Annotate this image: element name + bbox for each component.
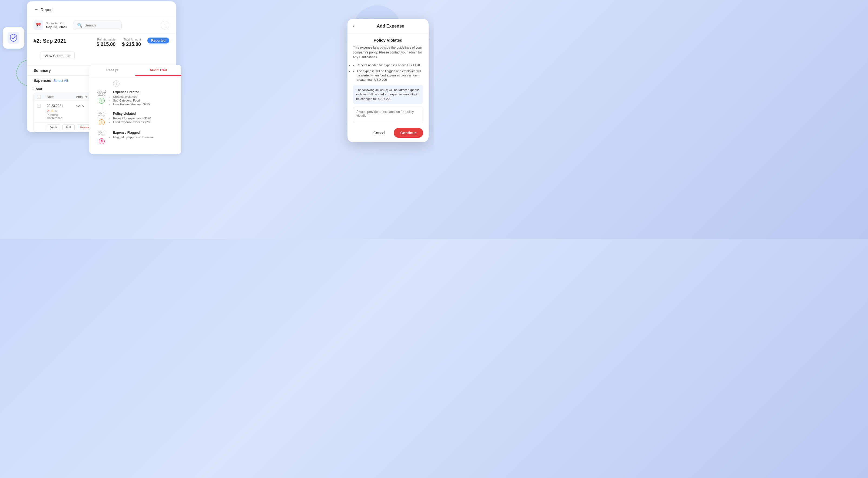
timeline-event-3: July, 19 20:30 ⚑ Expense Flagged Flagged… [94, 131, 177, 149]
select-all-link[interactable]: Select All [53, 78, 68, 82]
event-icon-3: ⚑ [99, 138, 105, 144]
audit-content: + July, 19 20:30 + Expense Created Creat… [89, 76, 181, 154]
event-body-3: Expense Flagged Flagged by approver: The… [113, 131, 177, 144]
modal-title: Add Expense [358, 24, 423, 29]
app-icon-card: + [3, 27, 24, 48]
modal-back-button[interactable]: ‹ [353, 23, 354, 29]
explanation-input[interactable] [353, 107, 423, 123]
more-options-button[interactable]: ⋮ [161, 21, 169, 29]
total-amount: $ 215.00 [122, 42, 141, 47]
audit-panel: Receipt Audit Trail + July, 19 20:30 + [89, 65, 181, 154]
policy-action-box: The following action (s) will be taken: … [353, 85, 423, 103]
reimbursable-block: Reimbursable $ 215.00 [96, 38, 116, 47]
timeline-left-2: July, 19 20:30 ! [94, 112, 110, 125]
timeline: + July, 19 20:30 + Expense Created Creat… [89, 76, 181, 154]
reimbursable-amount: $ 215.00 [96, 42, 116, 47]
view-comments-container: View Comments [27, 52, 176, 65]
policy-description: This expense falls outside the guideline… [353, 45, 423, 60]
shield-check-icon: + [7, 32, 20, 44]
event-title-3: Expense Flagged [113, 131, 177, 135]
report-info: #2: Sep 2021 Reimbursable $ 215.00 Total… [27, 33, 176, 52]
row-status-icons: ✕ ⚠ ☺ [47, 109, 74, 113]
event-date-2: July, 19 20:30 [97, 112, 106, 118]
policy-item-1: Receipt needed for expenses above USD 12… [353, 63, 423, 67]
policy-item-2: The expense will be flagged and employee… [353, 69, 423, 82]
reimbursable-label: Reimbursable [96, 38, 116, 41]
submitted-info: Submitted On Sep 23, 2021 [46, 22, 67, 29]
event-date-3: July, 19 20:30 [97, 131, 106, 137]
policy-items-list: Receipt needed for expenses above USD 12… [353, 63, 423, 82]
status-badge: Reported [147, 38, 169, 43]
view-comments-button[interactable]: View Comments [40, 52, 74, 60]
summary-label: Summary [34, 68, 51, 73]
add-event-button[interactable]: + [113, 80, 120, 87]
event-detail-1: Created by James Sub-Category: Food User… [113, 95, 177, 106]
reported-badge-container: Reported [147, 38, 169, 43]
timeline-event-2: July, 19 20:30 ! Policy violated Receipt… [94, 112, 177, 131]
continue-button[interactable]: Continue [394, 128, 423, 138]
row-checkbox-cell [37, 104, 44, 108]
purpose-text: Purpose: Conference [47, 113, 74, 120]
delete-icon: ✕ [47, 109, 50, 113]
emoji-icon: ☺ [55, 109, 58, 113]
header-checkbox-cell [37, 95, 44, 99]
modal-body: Policy Violated This expense falls outsi… [347, 33, 429, 142]
row-date: 09.23.2021 ✕ ⚠ ☺ Purpose: Conference [47, 104, 74, 120]
event-detail-3: Flagged by approver: Theresa [113, 136, 177, 139]
audit-tabs: Receipt Audit Trail [89, 65, 181, 76]
cancel-button[interactable]: Cancel [368, 128, 391, 138]
search-input[interactable] [85, 23, 118, 27]
timeline-event-1: July, 19 20:30 + Expense Created Created… [94, 90, 177, 112]
event-icon-1: + [99, 98, 105, 104]
back-button[interactable]: ← Report [34, 7, 53, 12]
total-label: Total Amount [122, 38, 141, 41]
card-header: ← Report [27, 1, 176, 17]
event-date-1: July, 19 20:30 [97, 90, 106, 96]
modal-header: ‹ Add Expense [347, 19, 429, 33]
event-icon-2: ! [99, 120, 105, 125]
svg-rect-0 [7, 32, 20, 44]
col-date: Date [47, 95, 74, 99]
search-box[interactable]: 🔍 [73, 21, 122, 30]
edit-button[interactable]: Edit [62, 124, 74, 130]
timeline-left-1: July, 19 20:30 + [94, 90, 110, 106]
warning-icon: ⚠ [51, 109, 54, 113]
row-checkbox[interactable] [37, 104, 41, 108]
total-block: Total Amount $ 215.00 [122, 38, 141, 47]
timeline-left-3: July, 19 20:30 ⚑ [94, 131, 110, 144]
submitted-date: Sep 23, 2021 [46, 25, 67, 29]
event-detail-2: Receipt for expenses > $120 Food expense… [113, 117, 177, 124]
policy-violated-title: Policy Violated [353, 38, 423, 42]
tab-receipt[interactable]: Receipt [89, 65, 135, 76]
report-heading: Report [40, 7, 53, 12]
expenses-label: Expenses [34, 78, 51, 82]
report-title: #2: Sep 2021 [34, 38, 66, 44]
report-title-block: #2: Sep 2021 [34, 38, 66, 44]
search-icon: 🔍 [77, 23, 83, 28]
header-checkbox[interactable] [37, 95, 41, 99]
svg-text:+: + [14, 36, 16, 37]
event-body-2: Policy violated Receipt for expenses > $… [113, 112, 177, 125]
view-button[interactable]: View [47, 124, 60, 130]
submitted-label: Submitted On [46, 22, 67, 25]
modal-actions: Cancel Continue [353, 128, 423, 138]
amounts-section: Reimbursable $ 215.00 Total Amount $ 215… [96, 38, 169, 47]
event-title-2: Policy violated [113, 112, 177, 115]
calendar-icon: 📅 [34, 20, 43, 30]
tab-audit-trail[interactable]: Audit Trail [135, 65, 181, 76]
add-expense-modal: ‹ Add Expense Policy Violated This expen… [347, 19, 429, 142]
event-title-1: Expense Created [113, 90, 177, 94]
submitted-section: 📅 Submitted On Sep 23, 2021 🔍 ⋮ [27, 17, 176, 33]
event-body-1: Expense Created Created by James Sub-Cat… [113, 90, 177, 106]
back-arrow-icon: ← [34, 7, 38, 12]
